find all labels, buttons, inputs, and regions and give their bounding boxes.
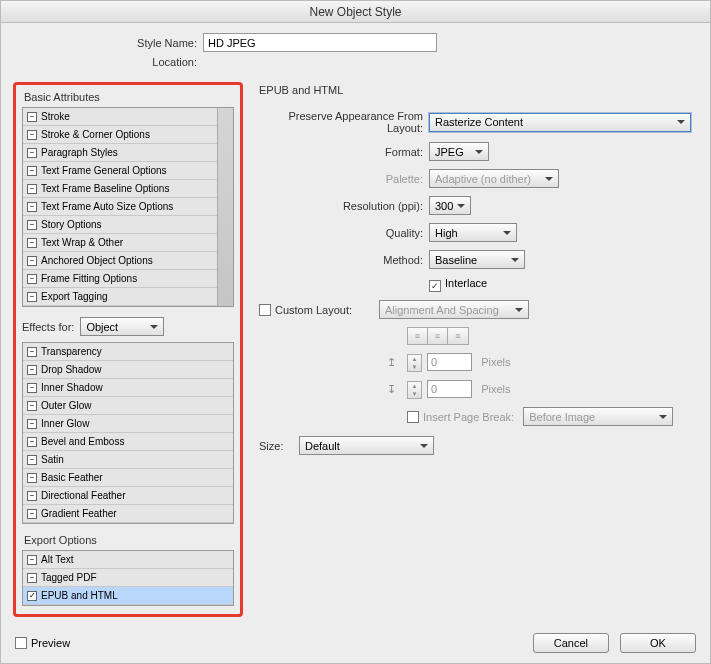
cancel-button[interactable]: Cancel <box>533 633 609 653</box>
list-item[interactable]: −Text Frame Baseline Options <box>23 180 218 198</box>
format-dropdown[interactable]: JPEG <box>429 142 489 161</box>
checkbox-icon[interactable]: ✓ <box>27 591 37 601</box>
checkbox-icon[interactable]: − <box>27 419 37 429</box>
list-item[interactable]: −Anchored Object Options <box>23 252 218 270</box>
list-item-label: Stroke & Corner Options <box>41 129 150 140</box>
list-item-label: Anchored Object Options <box>41 255 153 266</box>
checkbox-icon[interactable]: − <box>27 509 37 519</box>
export-options-list[interactable]: −Alt Text−Tagged PDF✓EPUB and HTML <box>22 550 234 606</box>
checkbox-icon[interactable]: − <box>27 437 37 447</box>
effects-for-value: Object <box>86 321 118 333</box>
list-item[interactable]: ✓EPUB and HTML <box>23 587 233 605</box>
list-item[interactable]: −Alt Text <box>23 551 233 569</box>
list-item[interactable]: −Inner Glow <box>23 415 233 433</box>
list-item-label: Bevel and Emboss <box>41 436 124 447</box>
insert-break-checkbox <box>407 411 419 423</box>
checkbox-icon[interactable]: − <box>27 455 37 465</box>
list-item[interactable]: −Outer Glow <box>23 397 233 415</box>
checkbox-icon[interactable]: − <box>27 220 37 230</box>
align-left-icon: ≡ <box>408 328 428 344</box>
checkbox-icon[interactable]: − <box>27 292 37 302</box>
resolution-value: 300 <box>435 200 453 212</box>
list-item[interactable]: −Bevel and Emboss <box>23 433 233 451</box>
quality-label: Quality: <box>259 227 429 239</box>
space-after-icon: ↧ <box>383 383 399 396</box>
checkbox-icon[interactable]: − <box>27 555 37 565</box>
method-label: Method: <box>259 254 429 266</box>
list-item[interactable]: −Text Frame Auto Size Options <box>23 198 218 216</box>
checkbox-icon[interactable]: − <box>27 473 37 483</box>
checkbox-icon[interactable]: − <box>27 148 37 158</box>
interlace-checkbox[interactable] <box>429 280 441 292</box>
checkbox-icon[interactable]: − <box>27 130 37 140</box>
list-item-label: Text Frame General Options <box>41 165 167 176</box>
preserve-dropdown[interactable]: Rasterize Content <box>429 113 691 132</box>
list-item[interactable]: −Transparency <box>23 343 233 361</box>
palette-label: Palette: <box>259 173 429 185</box>
custom-layout-checkbox[interactable] <box>259 304 271 316</box>
list-item[interactable]: −Export Tagging <box>23 288 218 306</box>
checkbox-icon[interactable]: − <box>27 238 37 248</box>
checkbox-icon[interactable]: − <box>27 256 37 266</box>
list-item[interactable]: −Story Options <box>23 216 218 234</box>
checkbox-icon[interactable]: − <box>27 365 37 375</box>
custom-layout-dropdown: Alignment And Spacing <box>379 300 529 319</box>
list-item-label: Directional Feather <box>41 490 125 501</box>
list-item[interactable]: −Gradient Feather <box>23 505 233 523</box>
preserve-label: Preserve Appearance From Layout: <box>259 110 429 134</box>
checkbox-icon[interactable]: − <box>27 347 37 357</box>
ok-button[interactable]: OK <box>620 633 696 653</box>
size-dropdown[interactable]: Default <box>299 436 434 455</box>
list-item-label: Text Frame Auto Size Options <box>41 201 173 212</box>
basic-attributes-list[interactable]: −Stroke−Stroke & Corner Options−Paragrap… <box>22 107 234 307</box>
list-item-label: Text Wrap & Other <box>41 237 123 248</box>
list-item[interactable]: −Inner Shadow <box>23 379 233 397</box>
checkbox-icon[interactable]: − <box>27 401 37 411</box>
window-title: New Object Style <box>1 1 710 23</box>
list-item[interactable]: −Text Wrap & Other <box>23 234 218 252</box>
list-item[interactable]: −Drop Shadow <box>23 361 233 379</box>
list-item[interactable]: −Tagged PDF <box>23 569 233 587</box>
method-value: Baseline <box>435 254 477 266</box>
list-item[interactable]: −Text Frame General Options <box>23 162 218 180</box>
checkbox-icon[interactable]: − <box>27 573 37 583</box>
format-value: JPEG <box>435 146 464 158</box>
checkbox-icon[interactable]: − <box>27 112 37 122</box>
checkbox-icon[interactable]: − <box>27 274 37 284</box>
quality-dropdown[interactable]: High <box>429 223 517 242</box>
palette-dropdown: Adaptive (no dither) <box>429 169 559 188</box>
checkbox-icon[interactable]: − <box>27 202 37 212</box>
checkbox-icon[interactable]: − <box>27 383 37 393</box>
checkbox-icon[interactable]: − <box>27 166 37 176</box>
list-item[interactable]: −Paragraph Styles <box>23 144 218 162</box>
list-item-label: Alt Text <box>41 554 74 565</box>
list-item[interactable]: −Basic Feather <box>23 469 233 487</box>
size-value: Default <box>305 440 340 452</box>
list-item[interactable]: −Frame Fitting Options <box>23 270 218 288</box>
list-item-label: Export Tagging <box>41 291 108 302</box>
pixels-label-2: Pixels <box>481 383 510 395</box>
checkbox-icon[interactable]: − <box>27 184 37 194</box>
insert-break-label: Insert Page Break: <box>423 411 514 423</box>
list-item[interactable]: −Stroke & Corner Options <box>23 126 218 144</box>
method-dropdown[interactable]: Baseline <box>429 250 525 269</box>
checkbox-icon[interactable]: − <box>27 491 37 501</box>
insert-break-dropdown: Before Image <box>523 407 673 426</box>
list-item-label: Frame Fitting Options <box>41 273 137 284</box>
space-before-icon: ↥ <box>383 356 399 369</box>
resolution-dropdown[interactable]: 300 <box>429 196 471 215</box>
list-item[interactable]: −Directional Feather <box>23 487 233 505</box>
effects-for-dropdown[interactable]: Object <box>80 317 164 336</box>
list-item[interactable]: −Satin <box>23 451 233 469</box>
list-item-label: Basic Feather <box>41 472 103 483</box>
preview-checkbox[interactable] <box>15 637 27 649</box>
list-item-label: Transparency <box>41 346 102 357</box>
insert-break-value: Before Image <box>529 411 595 423</box>
interlace-label: Interlace <box>445 277 487 289</box>
list-item-label: Inner Glow <box>41 418 89 429</box>
custom-layout-label: Custom Layout: <box>275 304 352 316</box>
style-name-input[interactable] <box>203 33 437 52</box>
space-before-input <box>427 353 472 371</box>
effects-list[interactable]: −Transparency−Drop Shadow−Inner Shadow−O… <box>22 342 234 524</box>
list-item[interactable]: −Stroke <box>23 108 218 126</box>
